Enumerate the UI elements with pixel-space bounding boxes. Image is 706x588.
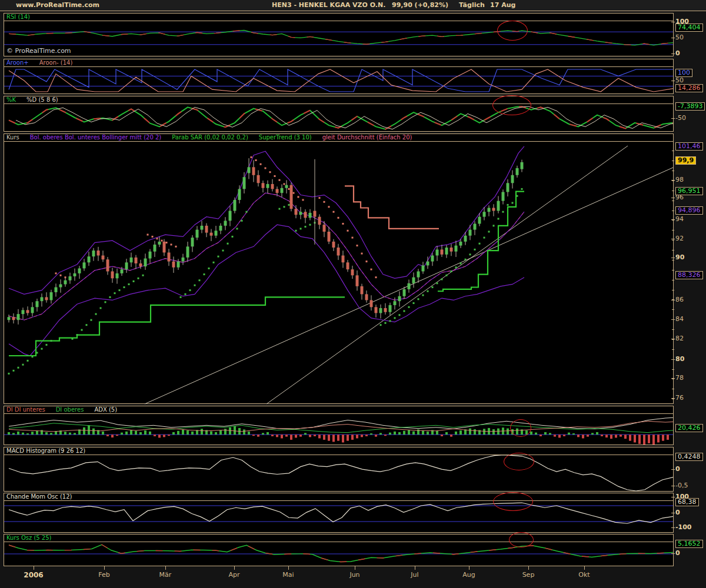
panel-kurs[interactable]: KursBol. oberes Bol. unteres Bollinger m… [4, 133, 674, 404]
drawn-ellipse-annotation[interactable] [492, 95, 531, 115]
month-label: Jul [411, 571, 418, 579]
price-minor-tick [672, 339, 674, 340]
drawn-ellipse-annotation[interactable] [509, 532, 534, 547]
label-part: gleit Durchschnitt (Einfach 20) [322, 134, 412, 141]
label-part: SuperTrend (3 10) [259, 134, 312, 141]
scale-value: 0 [675, 550, 680, 557]
price-minor-tick [672, 329, 674, 330]
month-label: Jun [349, 571, 359, 579]
price-minor-tick [672, 191, 674, 191]
scale-tick [671, 118, 675, 119]
month-label: Mär [159, 571, 172, 579]
scale-value: 50 [675, 34, 684, 41]
scale-value: -100 [675, 524, 692, 531]
date-label: 17 Aug [490, 1, 515, 9]
price-minor-tick [672, 161, 674, 161]
label-part: Kurs [6, 134, 19, 141]
drawn-ellipse-annotation[interactable] [497, 21, 528, 41]
scale-tick [671, 81, 675, 81]
indicator-label-rsi: RSI (14) [4, 14, 673, 21]
label-part: DI oberes [56, 406, 84, 413]
scale-value: 101,46 [675, 142, 703, 151]
scale-value: 50 [675, 77, 684, 84]
scale-tick [671, 22, 675, 22]
timeframe-label[interactable]: Täglich [459, 1, 485, 9]
price-minor-tick [672, 250, 674, 250]
label-part: Aroon+ [6, 59, 29, 66]
panel-rsi[interactable]: RSI (14) [4, 13, 674, 56]
scale-value: 14,286 [675, 84, 703, 92]
month-tick [165, 566, 166, 570]
scale-value: 92 [675, 235, 684, 242]
panel-stoch[interactable]: %K%D (5 8 6) [4, 96, 674, 132]
header-bar: www.ProRealTime.com HEN3 - HENKEL KGAA V… [0, 0, 706, 11]
panel-adx[interactable]: DI DI unteresDI oberesADX (5) [4, 406, 674, 445]
scale-tick [671, 553, 675, 554]
scale-value: 86 [675, 296, 684, 303]
scale-tick [671, 198, 675, 198]
scale-value: -0,5 [675, 482, 688, 489]
month-label: Aug [462, 571, 475, 579]
label-part: Kurs Osz (5 25) [6, 534, 51, 542]
drawn-ellipse-annotation[interactable] [510, 419, 531, 437]
watermark: © ProRealTime.com [6, 47, 71, 55]
scale-value: 0,4248 [675, 453, 703, 461]
price-minor-tick [672, 260, 674, 260]
scale-tick [671, 513, 675, 513]
label-part: RSI (14) [6, 14, 30, 21]
price-minor-tick [672, 151, 674, 151]
price-minor-tick [672, 201, 674, 201]
month-label: Sep [522, 571, 535, 579]
panel-aroon[interactable]: Aroon+Aroon- (14) [4, 59, 674, 94]
month-tick [415, 566, 415, 570]
label-part: Bol. oberes Bol. unteres Bollinger mitt … [30, 134, 162, 141]
scale-tick [671, 469, 675, 470]
scale-value: 0 [675, 50, 680, 57]
label-part: Parab SAR (0,02 0,02 0,2) [172, 134, 248, 141]
site-link[interactable]: www.ProRealTime.com [16, 1, 99, 9]
price-minor-tick [672, 369, 674, 370]
scale-value: 82 [675, 335, 684, 342]
price-minor-tick [672, 171, 674, 171]
scale-tick [671, 38, 675, 38]
price-minor-tick [672, 399, 674, 399]
indicator-label-macd: MACD Histogram (9 26 12) [4, 447, 673, 455]
price-minor-tick [672, 359, 674, 360]
scale-value: -50 [675, 115, 686, 122]
scale-value: 20,426 [675, 424, 703, 432]
scale-value: 88,326 [675, 271, 703, 279]
drawn-ellipse-annotation[interactable] [504, 453, 534, 470]
scale-tick [671, 486, 675, 486]
month-label: Okt [578, 571, 590, 579]
panel-kursosz[interactable]: Kurs Osz (5 25) [4, 534, 674, 566]
panel-chande[interactable]: Chande Mom Osc (12) [4, 493, 674, 533]
instrument-title: HEN3 - HENKEL KGAA VZO O.N. [272, 1, 385, 9]
price-minor-tick [672, 240, 674, 240]
label-part: %K [6, 96, 16, 103]
panel-macd[interactable]: MACD Histogram (9 26 12) [4, 447, 674, 492]
scale-value: 76 [675, 395, 684, 402]
scale-value: 78 [675, 375, 684, 382]
scale-value: 98 [675, 176, 684, 183]
price-minor-tick [672, 270, 674, 270]
indicator-label-kursosz: Kurs Osz (5 25) [4, 534, 673, 542]
month-tick [469, 566, 469, 570]
scale-value: 96 [675, 194, 684, 201]
scale-tick [671, 527, 675, 528]
scale-value: -7,3893 [675, 102, 705, 111]
drawn-ellipse-annotation[interactable] [493, 492, 533, 511]
price-minor-tick [672, 230, 674, 230]
price-minor-tick [672, 319, 674, 320]
scale-value: 94 [675, 216, 684, 223]
scale-value: 99,9 [675, 156, 696, 165]
scale-value: 100 [675, 69, 692, 77]
price-minor-tick [672, 389, 674, 389]
label-part: MACD Histogram (9 26 12) [6, 447, 85, 455]
scale-value: 84 [675, 316, 684, 323]
price-minor-tick [672, 211, 674, 211]
price-minor-tick [672, 299, 674, 300]
scale-tick [671, 54, 675, 54]
scale-value: 74,404 [675, 24, 703, 32]
month-label: Apr [228, 571, 239, 579]
indicator-label-kurs: KursBol. oberes Bol. unteres Bollinger m… [4, 134, 673, 142]
